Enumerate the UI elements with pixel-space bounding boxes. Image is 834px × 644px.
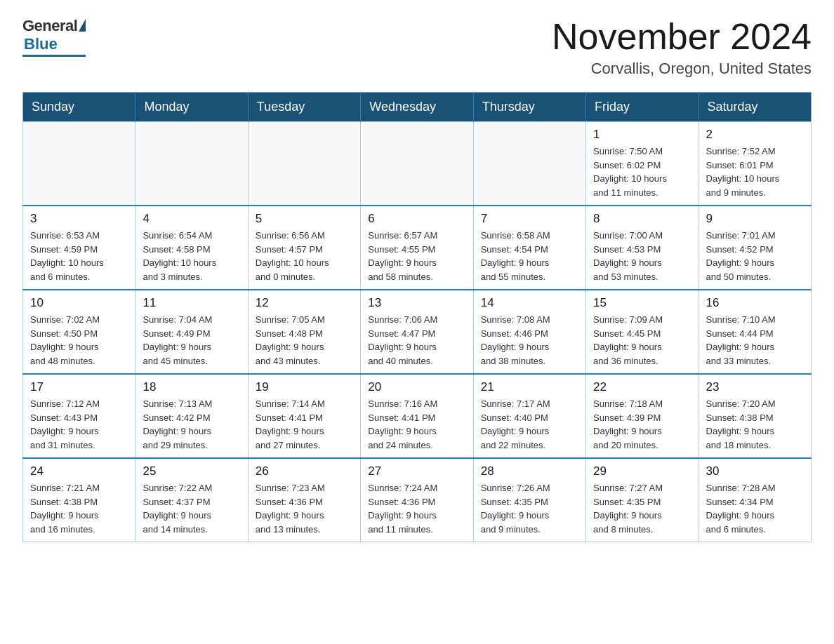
day-info: Sunrise: 7:02 AM Sunset: 4:50 PM Dayligh… — [30, 313, 128, 368]
calendar-body: 1Sunrise: 7:50 AM Sunset: 6:02 PM Daylig… — [23, 122, 812, 542]
day-of-week-header: Wednesday — [361, 93, 473, 122]
day-number: 9 — [706, 212, 804, 226]
day-number: 25 — [143, 464, 240, 478]
calendar-subtitle: Corvallis, Oregon, United States — [552, 60, 812, 78]
day-info: Sunrise: 7:16 AM Sunset: 4:41 PM Dayligh… — [368, 397, 465, 452]
calendar-day-cell: 3Sunrise: 6:53 AM Sunset: 4:59 PM Daylig… — [23, 206, 135, 290]
day-number: 22 — [593, 380, 691, 394]
calendar-day-cell: 7Sunrise: 6:58 AM Sunset: 4:54 PM Daylig… — [473, 206, 585, 290]
calendar-day-cell: 1Sunrise: 7:50 AM Sunset: 6:02 PM Daylig… — [586, 122, 699, 206]
day-info: Sunrise: 7:23 AM Sunset: 4:36 PM Dayligh… — [256, 481, 353, 536]
day-info: Sunrise: 6:56 AM Sunset: 4:57 PM Dayligh… — [256, 229, 353, 283]
day-info: Sunrise: 7:08 AM Sunset: 4:46 PM Dayligh… — [481, 313, 578, 368]
day-info: Sunrise: 7:52 AM Sunset: 6:01 PM Dayligh… — [706, 145, 804, 199]
day-number: 11 — [143, 296, 240, 310]
calendar-day-cell: 25Sunrise: 7:22 AM Sunset: 4:37 PM Dayli… — [135, 458, 248, 542]
day-info: Sunrise: 7:00 AM Sunset: 4:53 PM Dayligh… — [593, 229, 691, 283]
calendar-day-cell: 29Sunrise: 7:27 AM Sunset: 4:35 PM Dayli… — [586, 458, 699, 542]
calendar-week-row: 17Sunrise: 7:12 AM Sunset: 4:43 PM Dayli… — [23, 374, 812, 458]
day-info: Sunrise: 7:04 AM Sunset: 4:49 PM Dayligh… — [143, 313, 240, 368]
day-info: Sunrise: 7:12 AM Sunset: 4:43 PM Dayligh… — [30, 397, 128, 452]
day-number: 4 — [143, 212, 240, 226]
calendar-day-cell: 20Sunrise: 7:16 AM Sunset: 4:41 PM Dayli… — [361, 374, 473, 458]
calendar-week-row: 24Sunrise: 7:21 AM Sunset: 4:38 PM Dayli… — [23, 458, 812, 542]
day-info: Sunrise: 7:24 AM Sunset: 4:36 PM Dayligh… — [368, 481, 465, 536]
day-info: Sunrise: 7:21 AM Sunset: 4:38 PM Dayligh… — [30, 481, 128, 536]
day-info: Sunrise: 7:26 AM Sunset: 4:35 PM Dayligh… — [481, 481, 578, 536]
day-number: 5 — [256, 212, 353, 226]
day-info: Sunrise: 7:14 AM Sunset: 4:41 PM Dayligh… — [256, 397, 353, 452]
day-number: 12 — [256, 296, 353, 310]
calendar-day-cell: 11Sunrise: 7:04 AM Sunset: 4:49 PM Dayli… — [135, 290, 248, 374]
day-info: Sunrise: 7:17 AM Sunset: 4:40 PM Dayligh… — [481, 397, 578, 452]
day-number: 19 — [256, 380, 353, 394]
calendar-day-cell: 26Sunrise: 7:23 AM Sunset: 4:36 PM Dayli… — [248, 458, 360, 542]
day-info: Sunrise: 7:05 AM Sunset: 4:48 PM Dayligh… — [256, 313, 353, 368]
day-info: Sunrise: 6:54 AM Sunset: 4:58 PM Dayligh… — [143, 229, 240, 283]
day-number: 24 — [30, 464, 128, 478]
calendar-day-cell: 9Sunrise: 7:01 AM Sunset: 4:52 PM Daylig… — [699, 206, 811, 290]
day-number: 30 — [706, 464, 804, 478]
day-number: 14 — [481, 296, 578, 310]
day-info: Sunrise: 6:53 AM Sunset: 4:59 PM Dayligh… — [30, 229, 128, 283]
logo-underline — [22, 55, 86, 57]
logo: General Blue — [22, 17, 86, 57]
day-number: 16 — [706, 296, 804, 310]
day-info: Sunrise: 7:22 AM Sunset: 4:37 PM Dayligh… — [143, 481, 240, 536]
calendar-day-cell: 23Sunrise: 7:20 AM Sunset: 4:38 PM Dayli… — [699, 374, 811, 458]
calendar-day-cell: 16Sunrise: 7:10 AM Sunset: 4:44 PM Dayli… — [699, 290, 811, 374]
calendar-week-row: 1Sunrise: 7:50 AM Sunset: 6:02 PM Daylig… — [23, 122, 812, 206]
day-info: Sunrise: 7:09 AM Sunset: 4:45 PM Dayligh… — [593, 313, 691, 368]
day-info: Sunrise: 7:01 AM Sunset: 4:52 PM Dayligh… — [706, 229, 804, 283]
calendar-day-cell — [361, 122, 473, 206]
calendar-day-cell: 6Sunrise: 6:57 AM Sunset: 4:55 PM Daylig… — [361, 206, 473, 290]
day-number: 18 — [143, 380, 240, 394]
calendar-day-cell: 27Sunrise: 7:24 AM Sunset: 4:36 PM Dayli… — [361, 458, 473, 542]
calendar-day-cell: 22Sunrise: 7:18 AM Sunset: 4:39 PM Dayli… — [586, 374, 699, 458]
day-number: 6 — [368, 212, 465, 226]
day-of-week-header: Tuesday — [248, 93, 360, 122]
calendar-day-cell: 4Sunrise: 6:54 AM Sunset: 4:58 PM Daylig… — [135, 206, 248, 290]
calendar-day-cell: 30Sunrise: 7:28 AM Sunset: 4:34 PM Dayli… — [699, 458, 811, 542]
day-number: 29 — [593, 464, 691, 478]
calendar-day-cell: 19Sunrise: 7:14 AM Sunset: 4:41 PM Dayli… — [248, 374, 360, 458]
calendar-day-cell: 14Sunrise: 7:08 AM Sunset: 4:46 PM Dayli… — [473, 290, 585, 374]
calendar-week-row: 3Sunrise: 6:53 AM Sunset: 4:59 PM Daylig… — [23, 206, 812, 290]
calendar-day-cell: 5Sunrise: 6:56 AM Sunset: 4:57 PM Daylig… — [248, 206, 360, 290]
calendar-day-cell: 2Sunrise: 7:52 AM Sunset: 6:01 PM Daylig… — [699, 122, 811, 206]
day-number: 2 — [706, 128, 804, 142]
calendar-day-cell: 18Sunrise: 7:13 AM Sunset: 4:42 PM Dayli… — [135, 374, 248, 458]
day-info: Sunrise: 7:27 AM Sunset: 4:35 PM Dayligh… — [593, 481, 691, 536]
calendar-week-row: 10Sunrise: 7:02 AM Sunset: 4:50 PM Dayli… — [23, 290, 812, 374]
calendar-day-cell: 10Sunrise: 7:02 AM Sunset: 4:50 PM Dayli… — [23, 290, 135, 374]
logo-blue-text: Blue — [24, 35, 58, 53]
calendar-day-cell: 21Sunrise: 7:17 AM Sunset: 4:40 PM Dayli… — [473, 374, 585, 458]
day-number: 17 — [30, 380, 128, 394]
calendar-day-cell — [473, 122, 585, 206]
title-section: November 2024 Corvallis, Oregon, United … — [552, 17, 812, 78]
calendar-table: SundayMondayTuesdayWednesdayThursdayFrid… — [22, 92, 812, 542]
day-info: Sunrise: 7:06 AM Sunset: 4:47 PM Dayligh… — [368, 313, 465, 368]
logo-general-text: General — [22, 17, 77, 35]
day-number: 7 — [481, 212, 578, 226]
calendar-day-cell: 28Sunrise: 7:26 AM Sunset: 4:35 PM Dayli… — [473, 458, 585, 542]
calendar-day-cell: 8Sunrise: 7:00 AM Sunset: 4:53 PM Daylig… — [586, 206, 699, 290]
calendar-day-cell: 24Sunrise: 7:21 AM Sunset: 4:38 PM Dayli… — [23, 458, 135, 542]
page-header: General Blue November 2024 Corvallis, Or… — [22, 17, 812, 78]
calendar-day-cell — [135, 122, 248, 206]
day-info: Sunrise: 7:28 AM Sunset: 4:34 PM Dayligh… — [706, 481, 804, 536]
day-number: 13 — [368, 296, 465, 310]
day-number: 21 — [481, 380, 578, 394]
day-number: 20 — [368, 380, 465, 394]
calendar-day-cell: 13Sunrise: 7:06 AM Sunset: 4:47 PM Dayli… — [361, 290, 473, 374]
logo-triangle-icon — [79, 19, 86, 32]
day-number: 28 — [481, 464, 578, 478]
day-info: Sunrise: 7:13 AM Sunset: 4:42 PM Dayligh… — [143, 397, 240, 452]
day-number: 26 — [256, 464, 353, 478]
day-of-week-header: Sunday — [23, 93, 135, 122]
day-info: Sunrise: 6:57 AM Sunset: 4:55 PM Dayligh… — [368, 229, 465, 283]
day-of-week-header: Friday — [586, 93, 699, 122]
calendar-day-cell — [248, 122, 360, 206]
day-of-week-header: Thursday — [473, 93, 585, 122]
days-of-week-row: SundayMondayTuesdayWednesdayThursdayFrid… — [23, 93, 812, 122]
